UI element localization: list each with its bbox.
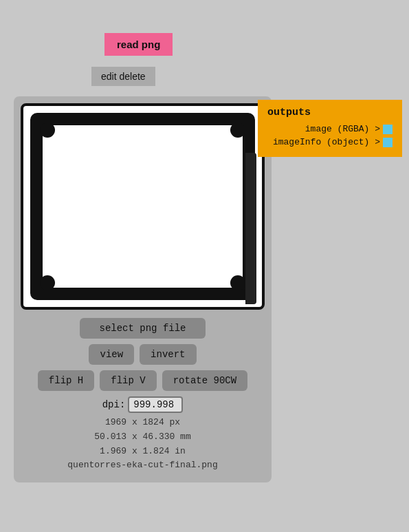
corner-dot-tl	[40, 123, 55, 138]
pcb-frame	[30, 113, 255, 300]
flipv-button[interactable]: flip V	[100, 370, 156, 391]
output-image-label: image (RGBA) >	[305, 124, 380, 134]
dimensions-in: 1.969 x 1.824 in	[21, 445, 265, 459]
edit-delete-node[interactable]: edit delete	[91, 67, 155, 86]
rotate-button[interactable]: rotate 90CW	[162, 370, 247, 391]
select-png-button[interactable]: select png file	[80, 318, 205, 339]
dpi-row: dpi:	[21, 396, 265, 413]
select-btn-row: select png file	[21, 318, 265, 339]
output-image-connector[interactable]	[383, 125, 393, 134]
dpi-label: dpi:	[102, 399, 126, 410]
output-imageinfo-connector[interactable]	[383, 138, 393, 147]
dimensions-px: 1969 x 1824 px	[21, 416, 265, 430]
dimensions-mm: 50.013 x 46.330 mm	[21, 430, 265, 445]
view-button[interactable]: view	[89, 344, 134, 365]
output-item-imageinfo: imageInfo (object) >	[267, 137, 393, 147]
corner-dot-bl	[40, 275, 55, 290]
read-png-node[interactable]: read png	[104, 33, 173, 56]
invert-button[interactable]: invert	[140, 344, 196, 365]
corner-dot-br	[230, 275, 245, 290]
outputs-title: outputs	[267, 107, 393, 118]
view-invert-btn-row: view invert	[21, 344, 265, 365]
fliph-button[interactable]: flip H	[38, 370, 94, 391]
right-connector	[245, 153, 256, 304]
output-item-image: image (RGBA) >	[267, 124, 393, 134]
image-preview	[21, 103, 265, 310]
outputs-panel: outputs image (RGBA) > imageInfo (object…	[258, 100, 402, 157]
dpi-input[interactable]	[128, 396, 183, 413]
output-imageinfo-label: imageInfo (object) >	[273, 137, 380, 147]
main-node-panel: select png file view invert flip H flip …	[14, 96, 272, 482]
corner-dot-tr	[230, 123, 245, 138]
filename: quentorres-eka-cut-final.png	[21, 458, 265, 473]
image-info: 1969 x 1824 px 50.013 x 46.330 mm 1.969 …	[21, 416, 265, 473]
transform-btn-row: flip H flip V rotate 90CW	[21, 370, 265, 391]
